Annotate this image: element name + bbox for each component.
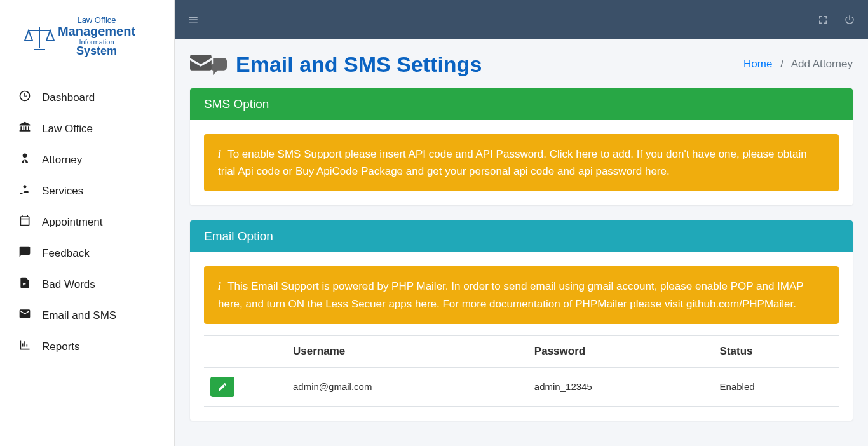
sidebar-item-label: Attorney <box>42 154 82 166</box>
sidebar-item-label: Appointment <box>42 216 102 229</box>
breadcrumb-separator: / <box>780 58 783 70</box>
sidebar-item-bad-words[interactable]: Bad Words <box>0 269 174 300</box>
logo-line4: System <box>76 44 117 57</box>
info-icon: i <box>218 148 221 160</box>
table-row: admin@gmail.com admin_12345 Enabled <box>204 367 839 407</box>
sidebar-item-label: Email and SMS <box>42 309 116 322</box>
sidebar-item-feedback[interactable]: Feedback <box>0 238 174 269</box>
sidebar-item-label: Bad Words <box>42 278 95 291</box>
email-table: Username Password Status ad <box>204 335 839 407</box>
sidebar-item-label: Law Office <box>42 123 93 135</box>
content: Email and SMS Settings Home / Add Attorn… <box>175 39 868 446</box>
logo-line2: Management <box>58 24 136 38</box>
envelope-icon <box>18 307 32 323</box>
cell-username: admin@gmail.com <box>287 367 528 407</box>
topbar <box>175 0 868 39</box>
sidebar-item-email-sms[interactable]: Email and SMS <box>0 300 174 331</box>
comments-icon <box>18 245 32 261</box>
sms-option-card: SMS Option i To enable SMS Support pleas… <box>190 88 853 205</box>
cell-password: admin_12345 <box>528 367 714 407</box>
sidebar-item-label: Feedback <box>42 247 90 260</box>
sms-alert: i To enable SMS Support please insert AP… <box>204 134 839 191</box>
dashboard-icon <box>18 90 32 105</box>
sms-alert-text: . <box>667 165 670 177</box>
info-icon: i <box>218 280 221 292</box>
fullscreen-button[interactable] <box>817 14 829 25</box>
cell-status: Enabled <box>714 367 839 407</box>
menu-toggle-button[interactable] <box>187 14 199 25</box>
institution-icon <box>18 121 32 137</box>
email-alert-text: . <box>793 298 796 310</box>
email-alert: i This Email Support is powered by PHP M… <box>204 266 839 323</box>
chart-bar-icon <box>18 339 32 355</box>
power-icon <box>844 14 855 25</box>
file-word-icon <box>18 276 32 292</box>
breadcrumb-home[interactable]: Home <box>743 58 772 70</box>
mail-bulk-icon <box>190 51 227 77</box>
col-password: Password <box>528 335 714 367</box>
bars-icon <box>187 14 199 25</box>
sidebar-item-label: Reports <box>42 341 80 353</box>
sidebar: Law Office Management Information System… <box>0 0 175 446</box>
email-pop-link[interactable]: here <box>218 298 240 310</box>
email-alert-text: , and turn ON the Less Secuer apps <box>240 298 415 310</box>
svg-point-3 <box>23 154 27 158</box>
sidebar-item-reports[interactable]: Reports <box>0 331 174 362</box>
email-option-card: Email Option i This Email Support is pow… <box>190 220 853 420</box>
sidebar-nav: Dashboard Law Office Attorney Services A… <box>0 74 174 370</box>
sidebar-item-services[interactable]: Services <box>0 175 174 206</box>
user-tie-icon <box>18 152 32 168</box>
expand-icon <box>817 14 829 25</box>
email-card-header: Email Option <box>190 220 853 252</box>
sms-alert-text: To enable SMS Support please insert API … <box>227 148 550 160</box>
email-alert-text: . For more documentation of PHPMailer pl… <box>437 298 686 310</box>
page-header: Email and SMS Settings Home / Add Attorn… <box>190 51 853 77</box>
breadcrumb: Home / Add Attorney <box>743 58 853 71</box>
hand-holding-icon <box>18 183 32 199</box>
sidebar-item-label: Dashboard <box>42 91 95 104</box>
page-title: Email and SMS Settings <box>190 51 482 77</box>
sidebar-item-dashboard[interactable]: Dashboard <box>0 82 174 113</box>
email-less-secure-link[interactable]: here <box>415 298 437 310</box>
power-button[interactable] <box>844 14 855 25</box>
email-github-link[interactable]: github.com/PHPMailer <box>686 298 793 310</box>
col-status: Status <box>714 335 839 367</box>
col-username: Username <box>287 335 528 367</box>
sms-here-link[interactable]: here <box>645 165 667 177</box>
sidebar-item-label: Services <box>42 185 83 198</box>
logo-line1: Law Office <box>77 15 116 25</box>
email-alert-text: This Email Support is powered by PHP Mai… <box>227 280 803 292</box>
sidebar-item-attorney[interactable]: Attorney <box>0 144 174 175</box>
sidebar-item-law-office[interactable]: Law Office <box>0 113 174 144</box>
main: Email and SMS Settings Home / Add Attorn… <box>175 0 868 446</box>
sidebar-item-appointment[interactable]: Appointment <box>0 206 174 238</box>
sms-add-link[interactable]: Click here to add. <box>550 148 634 160</box>
page-title-text: Email and SMS Settings <box>236 52 482 77</box>
edit-button[interactable] <box>210 377 234 397</box>
logo: Law Office Management Information System <box>0 0 174 74</box>
sms-card-header: SMS Option <box>190 88 853 120</box>
calendar-icon <box>18 214 32 230</box>
breadcrumb-current: Add Attorney <box>791 58 853 70</box>
edit-icon <box>217 382 227 392</box>
